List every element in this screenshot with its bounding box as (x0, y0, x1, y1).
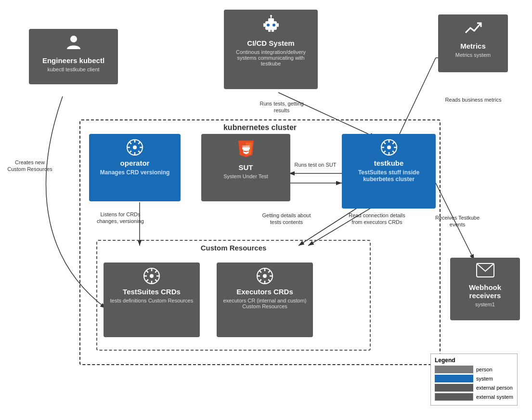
svg-line-46 (392, 142, 394, 144)
operator-subtitle: Manages CRD versioning (93, 169, 177, 176)
operator-box: operator Manages CRD versioning (89, 134, 181, 201)
svg-line-55 (155, 279, 157, 281)
legend-color-system (435, 375, 473, 382)
svg-point-11 (70, 36, 77, 42)
svg-line-54 (146, 270, 148, 272)
operator-k8s-icon (93, 139, 177, 156)
testkube-title: testkube (346, 159, 432, 167)
testsuites-crds-subtitle: tests definitions Custom Resources (107, 298, 196, 303)
executors-crds-title: Executors CRDs (221, 288, 309, 296)
svg-line-28 (129, 142, 131, 144)
svg-line-64 (259, 270, 261, 272)
sut-subtitle: System Under Test (205, 173, 286, 179)
testsuites-k8s-icon (107, 267, 196, 285)
executors-k8s-icon (221, 267, 309, 285)
legend-label-external-system: external system (476, 394, 513, 400)
testkube-subtitle: TestSuites stuff inside kuberbetes clust… (346, 169, 432, 183)
diagram-container: Engineers kubectl kubectl testkube clien… (0, 0, 532, 420)
operator-title: operator (93, 159, 177, 167)
sut-box: SUT System Under Test (201, 134, 290, 201)
svg-point-23 (133, 145, 137, 149)
robot-icon (228, 14, 314, 36)
svg-point-14 (267, 24, 270, 26)
webhook-title: Webhook receivers (454, 283, 516, 300)
legend-color-person (435, 366, 473, 373)
legend-item-person: person (435, 366, 513, 373)
svg-point-15 (272, 24, 275, 26)
legend-color-external-system (435, 393, 473, 401)
metrics-box: Metrics Metrics system (438, 14, 508, 72)
svg-line-47 (383, 151, 385, 153)
metrics-title: Metrics (442, 42, 504, 50)
executors-crds-box: Executors CRDs executors CR (internal an… (217, 262, 313, 337)
svg-line-66 (268, 270, 270, 272)
legend-item-external-person: external person (435, 384, 513, 392)
custom-resources-label: Custom Resources (201, 244, 267, 252)
legend-color-external-person (435, 384, 473, 392)
person-icon (33, 34, 114, 53)
html5-icon (205, 139, 286, 160)
chart-icon (442, 19, 504, 39)
svg-rect-13 (268, 18, 274, 22)
engineers-subtitle: kubectl testkube client (33, 66, 114, 72)
svg-rect-36 (243, 149, 249, 151)
creates-custom-label: Creates new Custom Resources (6, 159, 54, 173)
webhook-box: Webhook receivers system1 (450, 258, 520, 320)
sut-title: SUT (205, 163, 286, 171)
svg-line-29 (138, 151, 140, 153)
svg-line-57 (146, 279, 148, 281)
svg-point-21 (270, 15, 272, 17)
legend-label-external-person: external person (476, 385, 513, 391)
testkube-k8s-icon (346, 139, 432, 156)
legend-item-external-system: external system (435, 393, 513, 401)
svg-line-45 (392, 151, 394, 153)
svg-point-59 (263, 274, 267, 278)
engineers-kubectl-box: Engineers kubectl kubectl testkube clien… (29, 29, 118, 84)
testsuites-crds-box: TestSuites CRDs tests definitions Custom… (104, 262, 200, 337)
svg-rect-19 (272, 29, 274, 32)
svg-line-31 (129, 151, 131, 153)
svg-point-39 (387, 145, 391, 149)
legend-label-system: system (476, 376, 493, 381)
k8s-cluster-label: kubnernetes cluster (223, 123, 297, 132)
svg-line-56 (155, 270, 157, 272)
legend-title: Legend (435, 357, 513, 364)
svg-line-30 (138, 142, 140, 144)
svg-rect-17 (277, 23, 279, 27)
metrics-subtitle: Metrics system (442, 52, 504, 58)
svg-line-67 (259, 279, 261, 281)
runs-tests-label: Runs tests, getting results (255, 100, 308, 114)
svg-line-65 (268, 279, 270, 281)
cicd-box: CI/CD System Continous integration/deliv… (224, 10, 318, 89)
cicd-subtitle: Continous integration/delivery systems c… (228, 49, 314, 66)
legend-item-system: system (435, 375, 513, 382)
envelope-icon (454, 262, 516, 280)
svg-rect-18 (268, 29, 271, 32)
reads-metrics-label: Reads business metrics (442, 96, 505, 103)
svg-rect-16 (263, 23, 265, 27)
executors-crds-subtitle: executors CR (internal and custom) Custo… (221, 298, 309, 309)
svg-line-44 (383, 142, 385, 144)
cicd-title: CI/CD System (228, 39, 314, 47)
testsuites-crds-title: TestSuites CRDs (107, 288, 196, 296)
receives-events-label: Receives Testkube events (433, 214, 481, 228)
legend-label-person: person (476, 367, 493, 372)
testkube-box: testkube TestSuites stuff inside kuberbe… (342, 134, 436, 209)
engineers-title: Engineers kubectl (33, 56, 114, 65)
webhook-subtitle: system1 (454, 302, 516, 307)
legend: Legend person system external person ext… (430, 354, 518, 406)
svg-point-49 (150, 274, 154, 278)
